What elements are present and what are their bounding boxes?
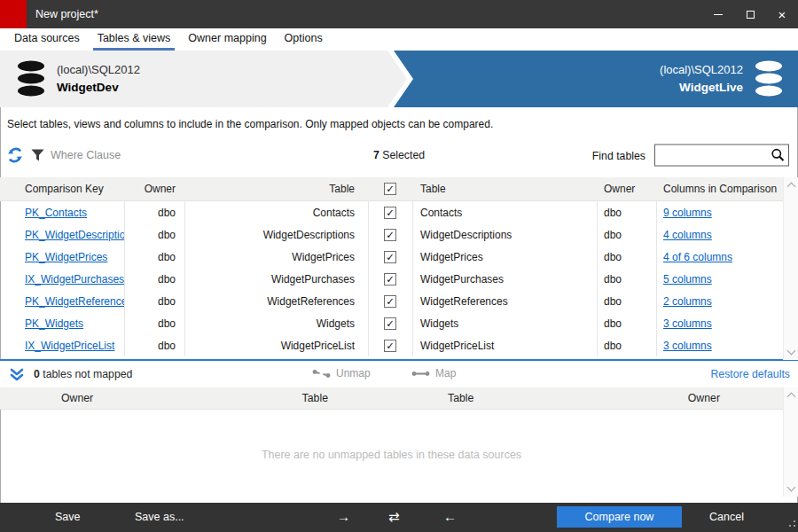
comparison-key-link[interactable]: IX_WidgetPurchases	[25, 273, 124, 286]
save-button[interactable]: Save	[55, 511, 81, 523]
tab-owner-mapping[interactable]: Owner mapping	[179, 28, 275, 51]
target-server: (local)\SQL2012	[660, 62, 743, 79]
find-tables-input[interactable]	[654, 145, 789, 167]
close-button[interactable]: ×	[766, 0, 798, 28]
unmapped-count: 0 tables not mapped	[34, 368, 132, 380]
compare-now-button[interactable]: Compare now	[557, 506, 682, 528]
comparison-key-link[interactable]: PK_WidgetDescriptions	[25, 229, 124, 241]
owner-left-cell: dbo	[124, 229, 184, 241]
tab-data-sources[interactable]: Data sources	[5, 28, 89, 51]
owner-left-cell: dbo	[124, 251, 184, 263]
header-comparison-key: Comparison Key	[0, 183, 124, 195]
comparison-key-link[interactable]: PK_Contacts	[25, 207, 87, 219]
header-table-right: Table	[412, 183, 597, 195]
minimize-icon	[714, 14, 723, 15]
columns-link[interactable]: 5 columns	[663, 273, 712, 286]
header-unmapped-table-right: Table	[448, 392, 473, 404]
owner-right-cell: dbo	[597, 207, 656, 219]
target-database-name: WidgetLive	[660, 79, 743, 97]
table-right-cell: Contacts	[412, 207, 597, 219]
include-checkbox[interactable]: ✓	[384, 229, 396, 241]
header-owner-left: Owner	[124, 183, 184, 195]
grid-toolbar: Where Clause 7 Selected Find tables	[0, 140, 798, 170]
scroll-up-icon[interactable]	[786, 393, 795, 402]
maximize-icon	[747, 11, 755, 19]
columns-link[interactable]: 4 columns	[663, 229, 712, 241]
columns-link[interactable]: 3 columns	[663, 317, 712, 330]
table-right-cell: Widgets	[412, 317, 597, 330]
unmapped-grid-header: Owner Table Table Owner	[0, 387, 783, 410]
table-right-cell: WidgetPrices	[412, 251, 597, 263]
copy-right-arrow-icon[interactable]: →	[337, 509, 350, 524]
column-separator	[412, 201, 413, 356]
owner-left-cell: dbo	[124, 207, 184, 219]
owner-right-cell: dbo	[597, 251, 656, 263]
header-unmapped-table-left: Table	[302, 392, 328, 404]
owner-right-cell: dbo	[597, 340, 656, 352]
include-checkbox[interactable]: ✓	[384, 207, 396, 219]
include-checkbox[interactable]: ✓	[384, 251, 396, 263]
column-separator	[184, 201, 185, 356]
table-row: PK_Widgets dbo Widgets ✓ Widgets dbo 3 c…	[0, 312, 783, 334]
find-tables-label: Find tables	[592, 149, 645, 161]
columns-link[interactable]: 3 columns	[663, 340, 712, 352]
include-checkbox[interactable]: ✓	[384, 340, 396, 352]
close-icon: ×	[778, 8, 786, 21]
tab-options[interactable]: Options	[276, 28, 332, 51]
swap-databases-icon[interactable]: ⇄	[388, 509, 400, 525]
source-database-name: WidgetDev	[57, 79, 140, 97]
maximize-button[interactable]	[734, 0, 766, 28]
comparison-key-link[interactable]: PK_WidgetPrices	[25, 251, 107, 263]
minimize-button[interactable]	[702, 0, 734, 28]
tab-tables-views[interactable]: Tables & views	[89, 28, 180, 51]
tables-grid-scrollbar[interactable]	[783, 177, 798, 360]
resize-grip[interactable]	[789, 525, 791, 527]
columns-link[interactable]: 2 columns	[663, 295, 712, 308]
map-button[interactable]: Map	[411, 367, 456, 379]
restore-defaults-link[interactable]: Restore defaults	[710, 368, 790, 380]
unmapped-grid-scrollbar[interactable]	[783, 387, 798, 497]
instruction-text: Select tables, views and columns to incl…	[7, 118, 493, 130]
footer-bar: Save Save as... → ⇄ ← Compare now Cancel	[0, 503, 798, 532]
search-icon[interactable]	[771, 148, 785, 162]
expand-unmapped-icon[interactable]	[10, 368, 24, 381]
scroll-down-icon[interactable]	[786, 483, 795, 492]
comparison-key-link[interactable]: IX_WidgetPriceList	[25, 340, 114, 352]
include-checkbox[interactable]: ✓	[384, 295, 396, 308]
app-logo	[0, 0, 27, 28]
table-right-cell: WidgetDescriptions	[412, 229, 597, 241]
owner-right-cell: dbo	[597, 295, 656, 308]
unmap-button[interactable]: Unmap	[312, 367, 371, 379]
comparison-key-link[interactable]: PK_WidgetReferences	[25, 295, 124, 308]
tables-grid: Comparison Key Owner Table ✓ Table Owner…	[0, 177, 783, 359]
scroll-up-icon[interactable]	[786, 183, 795, 192]
columns-link[interactable]: 4 of 6 columns	[663, 251, 732, 263]
cancel-button[interactable]: Cancel	[709, 511, 744, 523]
owner-left-cell: dbo	[124, 340, 184, 352]
table-right-cell: WidgetPurchases	[412, 273, 597, 286]
table-row: IX_WidgetPurchases dbo WidgetPurchases ✓…	[0, 268, 783, 290]
tab-bar: Data sources Tables & views Owner mappin…	[0, 28, 798, 51]
copy-left-arrow-icon[interactable]: ←	[443, 509, 457, 524]
table-row: IX_WidgetPriceList dbo WidgetPriceList ✓…	[0, 334, 783, 356]
title-bar: New project* ×	[0, 0, 798, 28]
no-unmapped-tables-message: There are no unmapped tables in these da…	[0, 449, 783, 461]
new-project-window: New project* × Data sources Tables & vie…	[0, 0, 798, 532]
select-all-checkbox[interactable]: ✓	[384, 183, 396, 195]
table-right-cell: WidgetReferences	[412, 295, 597, 308]
table-row: PK_WidgetPrices dbo WidgetPrices ✓ Widge…	[0, 246, 783, 268]
source-server: (local)\SQL2012	[57, 62, 140, 79]
unmap-icon	[312, 369, 331, 379]
table-left-cell: WidgetPriceList	[184, 340, 368, 352]
comparison-key-link[interactable]: PK_Widgets	[25, 317, 83, 330]
columns-link[interactable]: 9 columns	[663, 207, 712, 219]
owner-right-cell: dbo	[597, 229, 656, 241]
scroll-down-icon[interactable]	[786, 347, 795, 356]
tables-grid-rows: PK_Contacts dbo Contacts ✓ Contacts dbo …	[0, 201, 783, 359]
save-as-button[interactable]: Save as...	[135, 511, 184, 523]
include-checkbox[interactable]: ✓	[384, 273, 396, 286]
source-database: (local)\SQL2012 WidgetDev	[16, 51, 140, 107]
datasource-banner: (local)\SQL2012 WidgetDev (local)\SQL201…	[0, 51, 798, 107]
owner-right-cell: dbo	[597, 273, 656, 286]
include-checkbox[interactable]: ✓	[384, 317, 396, 330]
